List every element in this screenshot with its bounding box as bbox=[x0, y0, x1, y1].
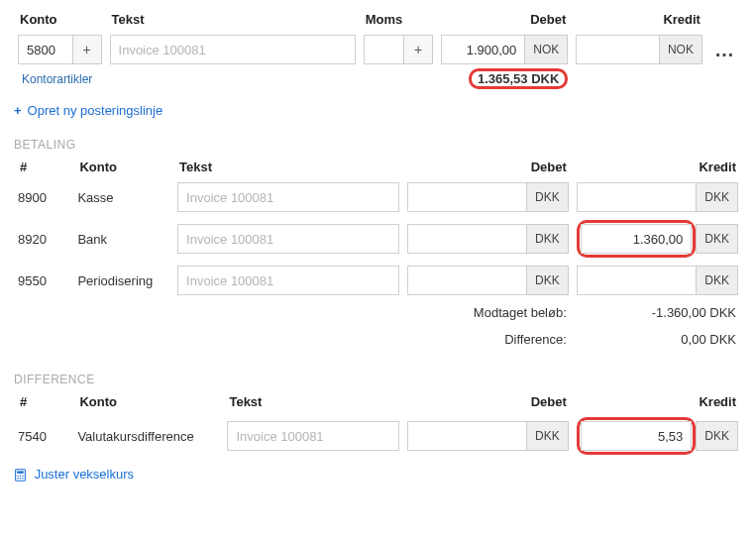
kredit-currency-button[interactable]: DKK bbox=[696, 224, 738, 254]
account-name-link[interactable]: Kontorartikler bbox=[18, 72, 92, 86]
kredit-input[interactable] bbox=[576, 35, 659, 64]
debet-input[interactable] bbox=[407, 266, 526, 295]
konto-lookup-button[interactable]: + bbox=[72, 35, 102, 64]
betaling-row: 8920 Bank DKK DKK bbox=[14, 216, 742, 262]
plus-icon: + bbox=[414, 42, 422, 57]
adjust-exchange-rate-link[interactable]: Juster vekselkurs bbox=[14, 467, 134, 482]
betaling-row: 9550 Periodisering DKK DKK bbox=[14, 262, 742, 299]
row-num: 8900 bbox=[14, 178, 73, 216]
plus-icon: + bbox=[82, 42, 90, 57]
svg-rect-1 bbox=[17, 472, 24, 474]
debet-input[interactable] bbox=[407, 182, 526, 212]
debet-currency-button[interactable]: NOK bbox=[524, 35, 568, 64]
col-tekst: Tekst bbox=[106, 8, 360, 31]
tekst-input[interactable] bbox=[177, 182, 399, 212]
col-tekst: Tekst bbox=[223, 390, 402, 413]
difference-row: 7540 Valutakursdifference DKK DKK bbox=[14, 413, 742, 459]
row-num: 8920 bbox=[14, 216, 73, 262]
kredit-currency-button[interactable]: DKK bbox=[696, 182, 738, 212]
svg-point-7 bbox=[22, 478, 23, 479]
svg-point-4 bbox=[22, 476, 23, 477]
converted-amount-highlight: 1.365,53 DKK bbox=[469, 68, 568, 89]
debet-currency-button[interactable]: DKK bbox=[526, 182, 569, 212]
svg-point-6 bbox=[20, 478, 21, 479]
debet-currency-button[interactable]: DKK bbox=[526, 266, 569, 295]
konto-input[interactable] bbox=[18, 35, 72, 64]
row-num: 9550 bbox=[14, 262, 73, 299]
row-konto: Valutakursdifference bbox=[73, 413, 223, 459]
posting-row: + + NOK NOK bbox=[14, 31, 742, 68]
col-num: # bbox=[14, 156, 73, 178]
main-posting-table: Konto Tekst Moms Debet Kredit + + bbox=[14, 8, 742, 93]
col-konto: Konto bbox=[14, 8, 106, 31]
difference-label: Difference: bbox=[403, 326, 573, 353]
col-num: # bbox=[14, 390, 73, 413]
plus-icon: + bbox=[14, 103, 22, 118]
kredit-currency-button[interactable]: NOK bbox=[659, 35, 702, 64]
kredit-input[interactable] bbox=[577, 182, 697, 212]
section-difference-label: DIFFERENCE bbox=[14, 373, 742, 386]
tekst-input[interactable] bbox=[227, 421, 398, 451]
row-konto: Periodisering bbox=[73, 262, 173, 299]
received-label: Modtaget beløb: bbox=[403, 299, 573, 326]
col-kredit: Kredit bbox=[573, 390, 742, 413]
kredit-input[interactable] bbox=[581, 224, 693, 254]
debet-currency-button[interactable]: DKK bbox=[526, 421, 569, 451]
col-kredit: Kredit bbox=[572, 8, 706, 31]
section-betaling-label: BETALING bbox=[14, 138, 742, 152]
row-konto: Kasse bbox=[73, 178, 173, 216]
col-tekst: Tekst bbox=[173, 156, 403, 178]
row-konto: Bank bbox=[73, 216, 173, 262]
svg-point-2 bbox=[17, 476, 18, 477]
converted-amount: 1.365,53 DKK bbox=[478, 71, 559, 86]
calculator-icon bbox=[14, 469, 27, 482]
col-konto: Konto bbox=[73, 156, 173, 178]
tekst-input[interactable] bbox=[177, 224, 399, 254]
moms-lookup-button[interactable]: + bbox=[403, 35, 433, 64]
moms-input[interactable] bbox=[364, 35, 403, 64]
kredit-input[interactable] bbox=[581, 421, 693, 451]
debet-input[interactable] bbox=[407, 421, 526, 451]
kredit-currency-button[interactable]: DKK bbox=[696, 421, 738, 451]
col-debet: Debet bbox=[437, 8, 572, 31]
row-actions-button[interactable]: … bbox=[710, 39, 738, 60]
tekst-input[interactable] bbox=[177, 266, 399, 295]
add-posting-line-link[interactable]: + Opret ny posteringslinje bbox=[14, 103, 162, 118]
row-num: 7540 bbox=[14, 413, 73, 459]
debet-input[interactable] bbox=[407, 224, 526, 254]
col-moms: Moms bbox=[360, 8, 437, 31]
col-debet: Debet bbox=[403, 156, 573, 178]
kredit-currency-button[interactable]: DKK bbox=[696, 266, 738, 295]
debet-currency-button[interactable]: DKK bbox=[526, 224, 569, 254]
tekst-input[interactable] bbox=[110, 35, 356, 64]
debet-input[interactable] bbox=[441, 35, 524, 64]
received-value: -1.360,00 DKK bbox=[573, 299, 742, 326]
svg-point-5 bbox=[17, 478, 18, 479]
difference-table: # Konto Tekst Debet Kredit 7540 Valutaku… bbox=[14, 390, 742, 459]
col-kredit: Kredit bbox=[573, 156, 742, 178]
svg-point-3 bbox=[20, 476, 21, 477]
difference-value: 0,00 DKK bbox=[573, 326, 742, 353]
col-konto: Konto bbox=[73, 390, 223, 413]
betaling-table: # Konto Tekst Debet Kredit 8900 Kasse DK… bbox=[14, 156, 742, 353]
col-debet: Debet bbox=[403, 390, 573, 413]
betaling-row: 8900 Kasse DKK DKK bbox=[14, 178, 742, 216]
kredit-input[interactable] bbox=[577, 266, 697, 295]
